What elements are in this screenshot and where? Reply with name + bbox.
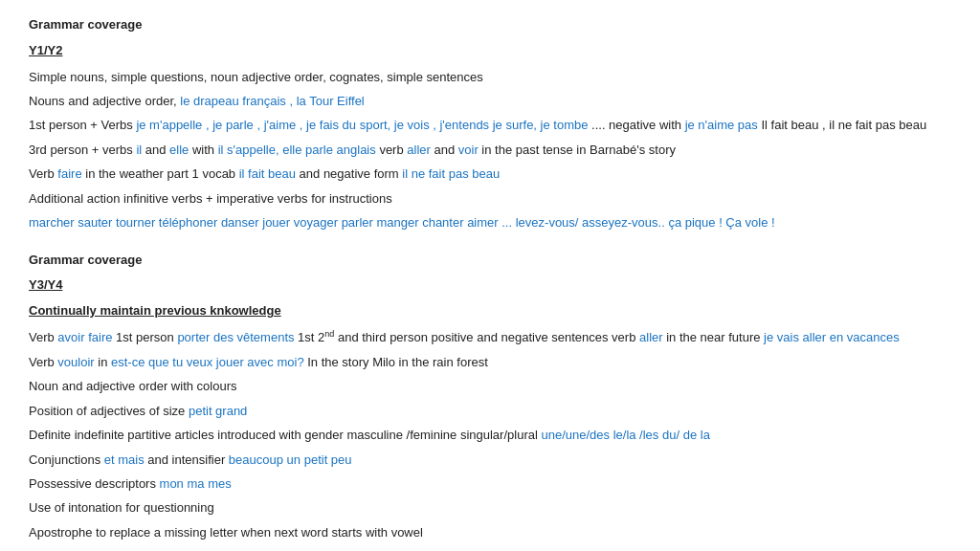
line-additional-action: Additional action infinitive verbs + imp… bbox=[29, 188, 951, 209]
line-definite-articles: Definite indefinite partitive articles i… bbox=[29, 425, 951, 445]
section-2: Grammar coverage Y3/Y4 Continually maint… bbox=[29, 251, 951, 543]
line-possessive: Possessive descriptors mon ma mes bbox=[29, 474, 951, 494]
line-apostrophe: Apostrophe to replace a missing letter w… bbox=[29, 522, 951, 542]
section-1-year: Y1/Y2 bbox=[29, 41, 951, 61]
section-2-year: Y3/Y4 bbox=[29, 276, 951, 296]
line-3rd-person-verbs: 3rd person + verbs il and elle with il s… bbox=[29, 140, 951, 160]
line-nouns-adjective: Nouns and adjective order, le drapeau fr… bbox=[29, 91, 951, 111]
section-1: Grammar coverage Y1/Y2 Simple nouns, sim… bbox=[29, 15, 951, 233]
line-simple-nouns: Simple nouns, simple questions, noun adj… bbox=[29, 67, 951, 87]
line-intonation: Use of intonation for questionning bbox=[29, 497, 951, 518]
section-2-subsection: Continually maintain previous knkowledge bbox=[29, 301, 951, 321]
superscript-nd: nd bbox=[324, 329, 334, 339]
line-imperative-examples: marcher sauter tourner téléphoner danser… bbox=[29, 212, 951, 232]
page-container: Grammar coverage Y1/Y2 Simple nouns, sim… bbox=[29, 15, 951, 542]
line-verb-vouloir: Verb vouloir in est-ce que tu veux jouer… bbox=[29, 352, 951, 372]
line-noun-adjective-colours: Noun and adjective order with colours bbox=[29, 376, 951, 396]
line-position-adjectives: Position of adjectives of size petit gra… bbox=[29, 401, 951, 421]
line-1st-person-verbs: 1st person + Verbs je m'appelle , je par… bbox=[29, 115, 951, 135]
section-2-title: Grammar coverage bbox=[29, 251, 951, 271]
line-avoir-faire: Verb avoir faire 1st person porter des v… bbox=[29, 327, 951, 348]
line-verb-faire: Verb faire in the weather part 1 vocab i… bbox=[29, 164, 951, 184]
line-conjunctions: Conjunctions et mais and intensifier bea… bbox=[29, 450, 951, 470]
section-1-title: Grammar coverage bbox=[29, 15, 951, 35]
